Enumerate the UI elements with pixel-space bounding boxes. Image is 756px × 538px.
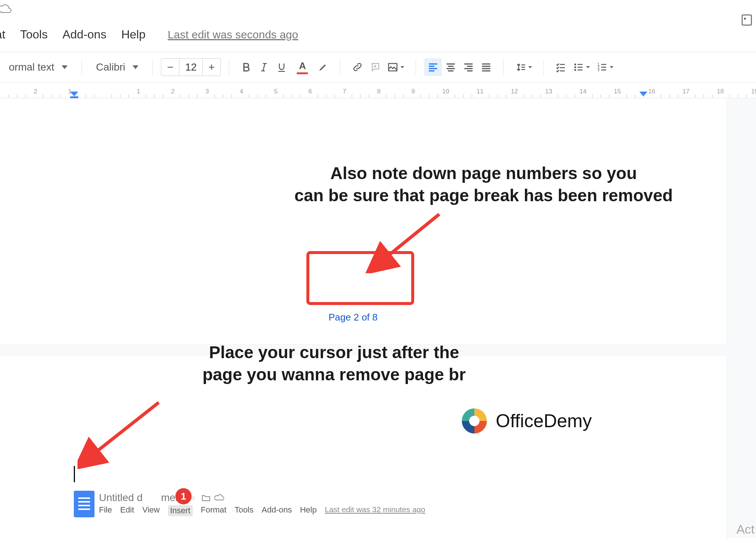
chevron-down-icon: [133, 65, 138, 69]
indent-right-marker[interactable]: [639, 92, 647, 96]
ruler-tick: 6: [275, 86, 309, 98]
officedemy-icon: [460, 406, 489, 436]
line-spacing-button[interactable]: [512, 58, 535, 76]
menu-help[interactable]: Help: [121, 28, 145, 41]
highlight-button[interactable]: [314, 58, 332, 76]
annotation-arrow: [365, 207, 454, 273]
ruler-tick: 11: [446, 86, 481, 98]
add-comment-button[interactable]: [366, 58, 384, 76]
checklist-button[interactable]: [552, 58, 570, 76]
separator: [503, 59, 504, 75]
mini-last-edit[interactable]: Last edit was 32 minutes ago: [325, 505, 425, 516]
ruler-tick: 7: [309, 86, 343, 98]
toolbar: ormal text Calibri − 12 +: [0, 52, 756, 83]
mini-menu-edit[interactable]: Edit: [120, 505, 134, 516]
ruler-tick: 12: [481, 86, 515, 98]
font-select[interactable]: Calibri: [90, 61, 144, 73]
numbered-list-button[interactable]: 123: [593, 58, 617, 76]
watermark-logo: OfficeDemy: [460, 406, 592, 436]
annotation-text: Also note down page numbers so you can b…: [223, 162, 744, 207]
mini-menu-file[interactable]: File: [99, 505, 112, 516]
annotation-step-badge: 1: [175, 488, 192, 504]
menu-format[interactable]: nat: [0, 28, 5, 41]
separator: [152, 59, 153, 75]
separator: [543, 59, 544, 75]
embedded-screenshot: Untitled d ment ☆ File Edit View Insert …: [74, 487, 539, 521]
mini-menu-view[interactable]: View: [142, 505, 159, 516]
ruler-tick: 19: [721, 86, 755, 98]
insert-link-button[interactable]: [348, 58, 366, 76]
ruler-tick: 18: [687, 86, 721, 98]
menu-tools[interactable]: Tools: [20, 28, 48, 41]
font-label: Calibri: [96, 61, 125, 73]
ruler-tick: 2: [137, 86, 172, 98]
mini-doc-title-part1: Untitled d: [99, 492, 142, 504]
svg-rect-0: [742, 15, 752, 25]
font-size-increase[interactable]: +: [203, 59, 220, 76]
mini-menu-insert[interactable]: Insert: [168, 505, 193, 516]
ruler-tick: 8: [343, 86, 378, 98]
paragraph-style-select[interactable]: ormal text: [3, 61, 73, 73]
ruler-tick: 5: [240, 86, 275, 98]
font-size-value[interactable]: 12: [179, 59, 203, 76]
chevron-down-icon: [62, 65, 68, 69]
page-number-footer: Page 2 of 8: [329, 312, 378, 323]
mini-menu-format[interactable]: Format: [201, 505, 227, 516]
menu-addons[interactable]: Add-ons: [62, 28, 106, 41]
watermark-text: OfficeDemy: [496, 410, 592, 432]
text-cursor: [74, 466, 75, 482]
ruler-tick: 15: [584, 86, 618, 98]
ruler-tick: 2: [0, 86, 34, 98]
align-right-button[interactable]: [460, 58, 477, 76]
separator: [416, 59, 416, 75]
italic-button[interactable]: [255, 58, 273, 76]
ruler-tick: 9: [378, 86, 412, 98]
chevron-down-icon: [401, 66, 404, 68]
indent-left-marker[interactable]: [70, 92, 78, 98]
ruler-tick: 4: [206, 86, 240, 98]
menu-bar: nat Tools Add-ons Help Last edit was sec…: [0, 28, 298, 41]
ruler-tick: 14: [549, 86, 584, 98]
ruler-tick: 1: [34, 86, 69, 98]
align-justify-button[interactable]: [477, 58, 495, 76]
last-edit-link[interactable]: Last edit was seconds ago: [168, 28, 298, 41]
calendar-sidebar-icon[interactable]: [741, 13, 752, 28]
align-left-button[interactable]: [424, 58, 442, 76]
separator: [229, 59, 229, 75]
mini-menu-tools[interactable]: Tools: [234, 505, 253, 516]
ruler-tick: 1: [103, 86, 137, 98]
mini-menu-help[interactable]: Help: [300, 505, 317, 516]
annotation-arrow: [78, 395, 170, 469]
align-center-button[interactable]: [442, 58, 460, 76]
ruler-tick: 13: [515, 86, 549, 98]
underline-button[interactable]: [273, 58, 291, 76]
svg-point-3: [574, 64, 576, 65]
mini-menu-row: File Edit View Insert Format Tools Add-o…: [99, 505, 425, 516]
font-size-decrease[interactable]: −: [161, 59, 179, 76]
chevron-down-icon: [586, 66, 590, 68]
text-color-button[interactable]: A: [291, 58, 314, 76]
annotation-text: Place your cursor just after the page yo…: [159, 342, 509, 386]
svg-rect-1: [744, 18, 746, 20]
bold-button[interactable]: [237, 58, 255, 76]
svg-text:3: 3: [598, 68, 600, 72]
svg-point-4: [574, 66, 576, 68]
ruler-tick: 17: [652, 86, 687, 98]
svg-point-5: [574, 69, 576, 71]
chevron-down-icon: [610, 66, 614, 68]
paragraph-style-label: ormal text: [9, 61, 54, 73]
font-size-stepper[interactable]: − 12 +: [161, 58, 221, 76]
separator: [340, 59, 340, 75]
mini-menu-addons[interactable]: Add-ons: [262, 505, 292, 516]
document-page[interactable]: Page 2 of 8: [0, 98, 726, 344]
separator: [82, 59, 82, 75]
ruler[interactable]: 2112345678910111213141516171819: [0, 86, 756, 98]
bulleted-list-button[interactable]: [570, 58, 593, 76]
move-icon[interactable]: [201, 493, 211, 503]
cloud-icon[interactable]: [214, 493, 224, 503]
insert-image-button[interactable]: [384, 58, 408, 76]
docs-icon: [74, 491, 94, 517]
chevron-down-icon: [528, 66, 532, 68]
svg-line-10: [89, 402, 159, 458]
activate-windows-text: Act: [736, 522, 755, 537]
